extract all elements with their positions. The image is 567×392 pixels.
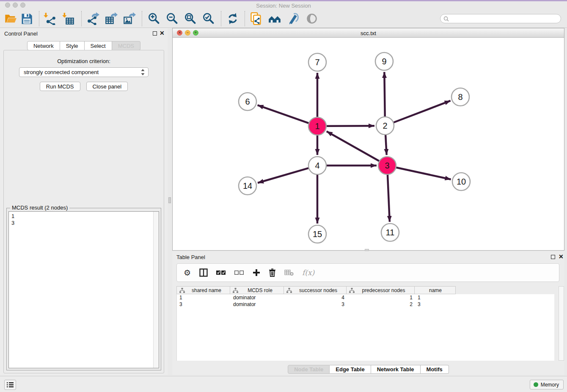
zoom-out-icon[interactable] [165,12,178,25]
cell[interactable]: 3 [177,301,231,308]
home-icon[interactable] [268,12,281,25]
node-1[interactable]: 1 [308,117,326,135]
network-graph[interactable]: 1234678910111415 [173,38,564,250]
edge-1-2[interactable] [326,126,374,126]
refresh-icon[interactable] [226,12,239,25]
float-panel-icon[interactable] [153,31,157,36]
cell[interactable]: 3 [284,301,347,308]
node-8[interactable]: 8 [451,88,469,106]
result-scrollbar[interactable] [153,212,159,368]
search-field[interactable] [440,14,561,23]
svg-text:9: 9 [382,57,386,66]
run-mcds-button[interactable]: Run MCDS [40,82,80,91]
tab-style[interactable]: Style [60,41,85,50]
edge-3-11[interactable] [388,174,390,222]
zoom-fit-icon[interactable] [184,12,196,25]
optimization-criterion-select[interactable]: strongly connected component [19,67,149,77]
svg-text:6: 6 [245,97,250,106]
column-header-successor-nodes[interactable]: successor nodes [284,286,347,294]
edge-2-9[interactable] [384,72,385,117]
tab-network[interactable]: Network [27,41,60,50]
node-10[interactable]: 10 [452,173,470,190]
network-canvas[interactable]: 1234678910111415 [173,38,564,250]
control-panel: Control Panel ✕ NetworkStyleSelectMCDS O… [0,28,168,375]
tab-mcds[interactable]: MCDS [112,41,140,50]
edge-3-10[interactable] [396,167,451,179]
node-3[interactable]: 3 [378,157,396,174]
column-header-predecessor-nodes[interactable]: predecessor nodes [347,286,415,294]
mcds-result-groupbox: MCDS result (2 nodes) 1 3 [6,208,161,370]
mcds-result-textarea[interactable]: 1 3 [8,211,159,368]
function-builder-icon[interactable]: f(x) [302,268,314,277]
tab-motifs[interactable]: Motifs [421,365,449,374]
column-layout-icon[interactable] [199,268,208,277]
cell[interactable]: 1 [347,294,415,301]
copy-network-icon[interactable] [250,12,262,25]
annotation-pen-icon[interactable] [287,12,300,25]
network-window-titlebar[interactable]: ✕ − + scc.txt [173,28,564,38]
column-header-MCDS-role[interactable]: MCDS role [230,286,284,294]
cell[interactable]: 1 [415,294,456,301]
column-header-shared-name[interactable]: shared name [176,286,230,294]
export-network-icon[interactable] [87,12,99,25]
import-table-icon[interactable] [62,12,74,25]
delete-column-icon[interactable] [269,268,276,277]
edge-2-3[interactable] [385,135,387,155]
node-4[interactable]: 4 [308,157,326,174]
select-all-icon[interactable] [216,270,226,275]
memory-button[interactable]: Memory [530,380,564,389]
horizontal-splitter-handle[interactable] [365,249,369,251]
close-table-panel-icon[interactable]: ✕ [559,253,564,260]
save-session-icon[interactable] [20,12,33,25]
edge-2-8[interactable] [394,101,451,123]
splitter-handle[interactable] [168,197,171,203]
column-header-name[interactable]: name [415,286,456,294]
close-panel-button[interactable]: Close panel [86,82,128,91]
node-14[interactable]: 14 [239,177,256,195]
cell[interactable]: 3 [415,301,456,308]
node-9[interactable]: 9 [375,52,393,70]
node-7[interactable]: 7 [308,53,326,71]
window-title: Session: New Session [0,3,567,9]
cell[interactable]: dominator [231,301,284,308]
unselect-all-icon[interactable] [234,270,244,275]
node-2[interactable]: 2 [376,117,394,135]
tab-edge-table[interactable]: Edge Table [330,365,371,374]
table-row[interactable]: 3dominator323 [177,301,554,308]
cell[interactable]: 1 [177,294,231,301]
tab-network-table[interactable]: Network Table [371,365,421,374]
table-row[interactable]: 1dominator411 [177,294,554,301]
svg-text:2: 2 [383,121,387,130]
node-table[interactable]: 1dominator4113dominator323 [176,294,554,361]
column-sort-icon [286,288,292,293]
memory-label: Memory [541,382,559,388]
settings-gear-icon[interactable]: ⚙ [184,268,191,278]
zoom-selected-icon[interactable] [202,12,215,25]
export-image-icon[interactable] [123,12,136,25]
node-11[interactable]: 11 [381,224,399,241]
zoom-in-icon[interactable] [147,12,160,25]
eye-icon[interactable] [306,12,318,25]
node-15[interactable]: 15 [308,225,326,243]
edge-3-1[interactable] [327,131,380,161]
tab-select[interactable]: Select [85,41,112,50]
cell[interactable]: dominator [231,294,284,301]
tab-node-table[interactable]: Node Table [288,365,330,374]
delete-table-icon[interactable] [284,269,294,276]
task-history-button[interactable] [4,380,16,390]
export-table-icon[interactable] [105,12,118,25]
edge-1-6[interactable] [258,105,309,123]
import-network-icon[interactable] [43,12,56,25]
open-file-icon[interactable] [4,12,17,25]
float-table-panel-icon[interactable] [551,255,555,259]
vertical-splitter[interactable] [168,28,172,375]
cell[interactable]: 4 [284,294,347,301]
cell[interactable]: 2 [347,301,415,308]
node-6[interactable]: 6 [239,93,256,110]
search-input[interactable] [449,15,561,22]
edge-4-14[interactable] [258,168,309,183]
table-scrollbar[interactable] [559,286,564,361]
close-panel-icon[interactable]: ✕ [160,30,165,36]
main-toolbar [0,9,567,28]
add-column-icon[interactable] [253,269,260,276]
